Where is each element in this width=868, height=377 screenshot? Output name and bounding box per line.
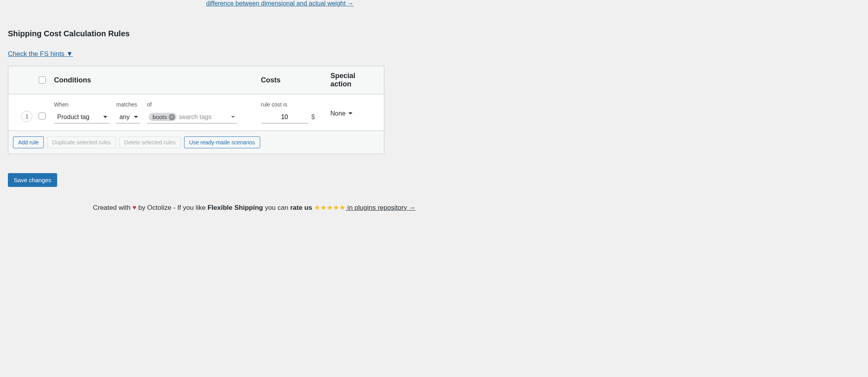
footer-text-3: you can (263, 204, 290, 211)
add-rule-button[interactable]: Add rule (13, 136, 44, 148)
table-footer: Add rule Duplicate selected rules Delete… (8, 131, 384, 154)
duplicate-rules-button[interactable]: Duplicate selected rules (47, 136, 116, 148)
row-special: None (330, 110, 377, 117)
save-changes-button[interactable]: Save changes (8, 173, 57, 187)
matches-field-group: matches any (116, 101, 140, 123)
row-checkbox-cell (39, 112, 54, 119)
cost-label: rule cost is (261, 101, 331, 108)
of-field-group: of boots × (147, 101, 237, 123)
row-checkbox[interactable] (39, 112, 46, 119)
row-number-badge: 1 (21, 111, 32, 122)
stars-icon: ★★★★★ (314, 204, 346, 211)
plugins-repository-link[interactable]: in plugins repository → (346, 204, 416, 211)
row-costs: rule cost is $ (261, 101, 331, 123)
row-conditions: When Product tag matches any (54, 101, 261, 123)
footer-product-name: Flexible Shipping (207, 204, 263, 211)
cost-field: $ (261, 111, 331, 123)
footer-credit: Created with ♥ by Octolize - If you like… (8, 203, 501, 212)
tag-chip: boots × (149, 113, 177, 121)
header-costs: Costs (261, 76, 331, 84)
table-header-row: Conditions Costs Special action (8, 66, 384, 94)
select-all-checkbox[interactable] (39, 77, 46, 84)
footer-rate: rate us (290, 204, 314, 211)
table-row: 1 When Product tag matches any (8, 94, 384, 131)
header-checkbox-cell (39, 77, 54, 84)
when-select[interactable]: Product tag (54, 111, 109, 123)
when-label: When (54, 101, 109, 108)
matches-select[interactable]: any (116, 111, 140, 123)
matches-label: matches (116, 101, 140, 108)
cost-input[interactable] (261, 111, 308, 123)
delete-rules-button[interactable]: Delete selected rules (119, 136, 181, 148)
special-action-value: None (330, 110, 345, 117)
footer-text-2: by Octolize - If you like (136, 204, 207, 211)
caret-down-icon (134, 116, 138, 119)
footer-text-1: Created with (93, 204, 132, 211)
heart-icon: ♥ (132, 204, 136, 211)
when-field-group: When Product tag (54, 101, 109, 123)
caret-down-icon (103, 116, 108, 119)
tags-search-input[interactable] (179, 114, 258, 121)
dimensional-weight-link[interactable]: difference between dimensional and actua… (206, 0, 354, 7)
header-special: Special action (330, 72, 377, 88)
caret-down-icon (348, 112, 353, 115)
when-select-value: Product tag (57, 114, 89, 121)
rules-table: Conditions Costs Special action 1 When P… (8, 66, 384, 154)
caret-down-icon (231, 116, 235, 119)
tags-field[interactable]: boots × (147, 111, 237, 123)
special-action-select[interactable]: None (330, 110, 352, 117)
fs-hints-link[interactable]: Check the FS hints ▼ (8, 50, 73, 58)
matches-select-value: any (119, 114, 130, 121)
header-conditions: Conditions (54, 76, 261, 84)
top-help-link-partial: difference between dimensional and actua… (142, 0, 418, 10)
row-handle: 1 (15, 101, 39, 122)
of-label: of (147, 101, 237, 108)
tag-chip-label: boots (153, 114, 167, 120)
section-title: Shipping Cost Calculation Rules (8, 29, 860, 38)
tag-remove-icon[interactable]: × (169, 114, 175, 120)
use-scenarios-button[interactable]: Use ready-made scenarios (184, 136, 260, 148)
currency-symbol: $ (311, 114, 315, 121)
